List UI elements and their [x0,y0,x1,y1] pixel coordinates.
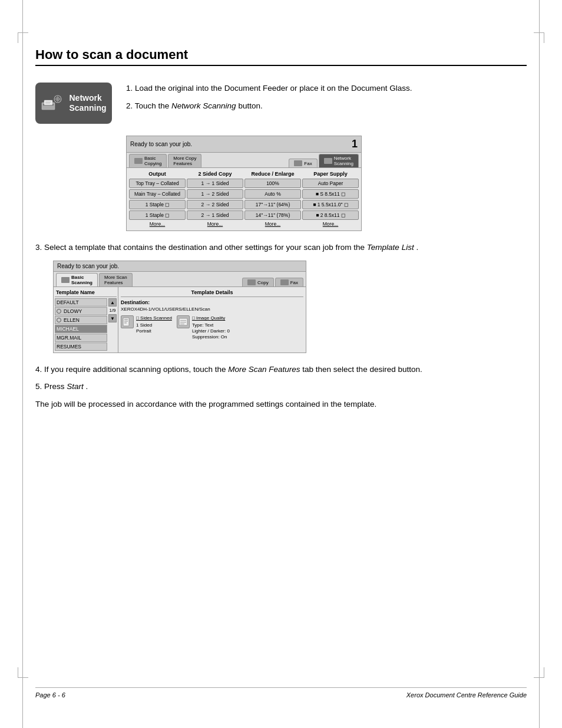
ss1-header-text: Ready to scan your job. [130,141,192,147]
ss1-ns-icon [324,158,332,164]
ss2-sides-scanned: □ Sides Scanned 1 SidedPortrait [121,315,172,341]
ss2-image-quality: □ Image Quality Type: TextLighter / Dark… [177,315,230,341]
template-row-dlowy: DLOWY [55,307,107,315]
corner-mark-tl [18,32,28,43]
ss1-col-reduce-enlarge: Reduce / Enlarge 100% Auto % 17"→11" (64… [244,170,301,227]
ss1-tab-basic-icon [134,158,143,164]
svg-rect-16 [180,322,186,322]
image-quality-icon [177,315,190,328]
ss1-header-num: 1 [352,138,358,150]
ss2-fax-icon [280,279,289,285]
steps-1-2: 1. Load the original into the Document F… [126,83,527,118]
ss1-col-output: Output Top Tray – Collated Main Tray – C… [129,170,186,227]
ss2-template-details: Template Details Destination: XEROX4DH-1… [118,287,306,353]
ss2-destination-path: XEROX4DH-1/VOL1/USERS/ELLEN/Scan [121,307,303,312]
ss1-fax-icon [294,160,302,166]
closing-text: The job will be processed in accordance … [35,398,527,410]
template-row-mgrmail: MGR.MAIL [55,334,107,342]
ss1-header: Ready to scan your job. 1 [127,136,361,153]
ss1-col-2sided: 2 Sided Copy 1 → 1 Sided 1 → 2 Sided 2 →… [187,170,243,227]
ss2-detail-header: Template Details [121,289,303,297]
ss2-tab-basic-scanning: BasicScanning [56,273,98,286]
template-scroll-up[interactable]: ▲ [108,298,117,307]
template-pagination: 1/9 [109,308,115,313]
ss2-tab-copy: Copy [242,278,274,286]
template-row-michael: MICHAEL [55,325,107,333]
ss2-template-col-header: Template Name [55,288,117,297]
svg-rect-11 [124,319,128,320]
ss2-detail-row: □ Sides Scanned 1 SidedPortrait [121,315,303,341]
template-row-resumes: RESUMES [55,342,107,351]
svg-rect-2 [44,100,52,105]
svg-rect-13 [124,322,127,324]
steps-lower: 4. If you require additional scanning op… [35,364,527,410]
svg-rect-12 [124,321,128,322]
ss2-tab-fax: Fax [275,278,303,286]
ss2-copy-icon [247,279,256,285]
page-footer: Page 6 - 6 Xerox Document Centre Referen… [35,687,527,699]
step-5: 5. Press Start . [35,381,527,393]
ss1-col-paper-supply: Paper Supply Auto Paper ■ S 8.5x11 ◻ ■ 1… [302,170,359,227]
corner-mark-bl [18,667,28,678]
network-scanning-svg-icon [41,92,63,114]
ss1-tab-fax: Fax [289,159,317,167]
template-row-default: DEFAULT [55,298,107,307]
ss2-tab-more-scan: More ScanFeatures [99,273,133,286]
ss1-body: Output Top Tray – Collated Main Tray – C… [127,168,361,230]
ss2-header-text: Ready to scan your job. [57,263,119,269]
page-title: How to scan a document [35,47,527,66]
template-scroll-down[interactable]: ▼ [108,314,117,322]
screenshot-1: Ready to scan your job. 1 BasicCopying M… [126,136,362,231]
footer-left: Page 6 - 6 [35,691,65,699]
ss1-tabs: BasicCopying More CopyFeatures Fax Netwo… [127,153,361,168]
network-scanning-icon-box: Network Scanning [35,83,112,124]
step-2: 2. Touch the Network Scanning button. [126,100,527,112]
ss2-tabs: BasicScanning More ScanFeatures Copy Fax [54,272,306,287]
ss1-columns: Output Top Tray – Collated Main Tray – C… [129,170,359,227]
step-4: 4. If you require additional scanning op… [35,364,527,375]
ss2-basic-scan-icon [61,277,70,283]
template-row-ellen: ELLEN [55,316,107,324]
ss1-tab-basic-copying: BasicCopying [129,154,167,167]
ns-icon-text: Network Scanning [69,93,106,113]
svg-rect-17 [180,324,184,324]
step-1: 1. Load the original into the Document F… [126,83,527,94]
step-3: 3. Select a template that contains the d… [35,242,527,253]
footer-right: Xerox Document Centre Reference Guide [406,691,527,699]
ss1-tab-network-scanning: NetworkScanning [319,154,359,167]
page-border-right [539,0,540,728]
page-border-left [22,0,23,728]
ss2-destination-label: Destination: [121,299,303,305]
screenshot-2: Ready to scan your job. BasicScanning Mo… [53,261,306,353]
svg-rect-15 [180,320,186,321]
sides-scanned-icon [121,315,134,328]
ss1-tab-more-copy: More CopyFeatures [168,154,201,167]
ss2-template-list: Template Name DEFAULT DLOWY ELLEN MICHAE… [54,287,118,353]
ss2-body: Template Name DEFAULT DLOWY ELLEN MICHAE… [54,287,306,353]
ss2-header: Ready to scan your job. [54,261,306,272]
